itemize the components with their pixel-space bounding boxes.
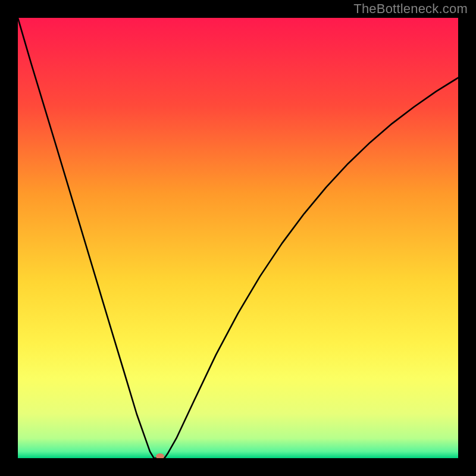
chart-plot-area [18, 18, 458, 458]
chart-svg [18, 18, 458, 458]
watermark-text: TheBottleneck.com [353, 1, 468, 17]
chart-frame: TheBottleneck.com [0, 0, 476, 476]
